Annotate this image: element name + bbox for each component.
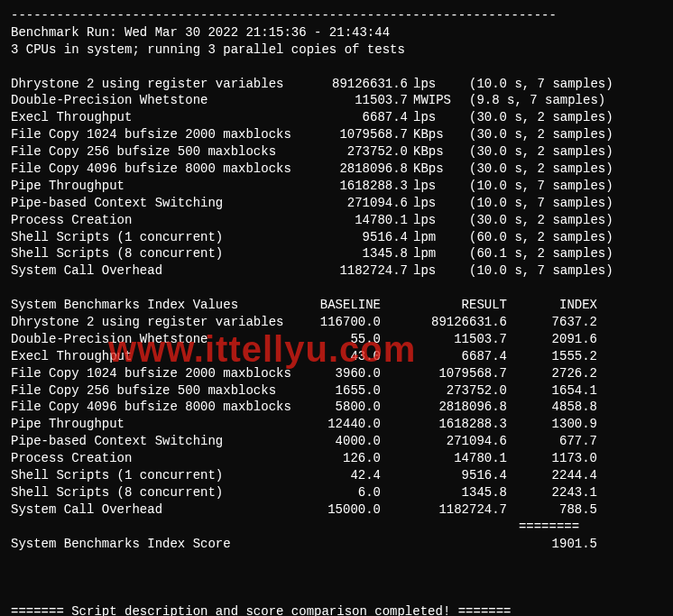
blank xyxy=(11,586,662,603)
result-unit: lps xyxy=(408,109,458,126)
index-baseline: 42.4 xyxy=(290,467,381,484)
result-row: Dhrystone 2 using register variables8912… xyxy=(11,76,662,93)
index-value: 1300.9 xyxy=(507,416,597,433)
blank xyxy=(11,280,662,297)
index-result: 1079568.7 xyxy=(381,365,507,382)
index-result: 6687.4 xyxy=(381,348,507,365)
result-row: Shell Scripts (1 concurrent)9516.4lpm(60… xyxy=(11,229,662,246)
result-note: (9.8 s, 7 samples) xyxy=(458,92,605,109)
index-name: File Copy 256 bufsize 500 maxblocks xyxy=(11,382,290,400)
index-baseline: 5800.0 xyxy=(290,399,381,416)
result-note: (10.0 s, 7 samples) xyxy=(458,262,613,280)
benchmark-run-line: Benchmark Run: Wed Mar 30 2022 21:15:36 … xyxy=(11,24,662,41)
result-note: (60.1 s, 2 samples) xyxy=(458,245,613,262)
result-unit: lps xyxy=(408,178,458,195)
result-name: Pipe Throughput xyxy=(11,178,290,195)
index-value: 677.7 xyxy=(507,433,597,450)
index-result: 271094.6 xyxy=(381,433,507,450)
result-row: File Copy 4096 bufsize 8000 maxblocks281… xyxy=(11,161,662,178)
index-result: 1182724.7 xyxy=(381,501,507,519)
index-baseline: 4000.0 xyxy=(290,433,381,450)
index-name: Double-Precision Whetstone xyxy=(11,331,290,348)
index-table: Dhrystone 2 using register variables1167… xyxy=(11,314,662,519)
result-value: 14780.1 xyxy=(290,212,408,229)
result-value: 1345.8 xyxy=(290,245,408,262)
result-row: Pipe Throughput1618288.3lps(10.0 s, 7 sa… xyxy=(11,178,662,195)
result-row: Process Creation14780.1lps(30.0 s, 2 sam… xyxy=(11,212,662,229)
index-name: System Call Overhead xyxy=(11,501,290,519)
result-unit: lps xyxy=(408,262,458,280)
index-row: Pipe-based Context Switching4000.0271094… xyxy=(11,433,662,450)
score-value: 1901.5 xyxy=(507,536,597,553)
index-value: 7637.2 xyxy=(507,314,597,331)
index-row: Double-Precision Whetstone55.011503.7209… xyxy=(11,331,662,348)
result-row: Pipe-based Context Switching271094.6lps(… xyxy=(11,195,662,212)
index-row: Pipe Throughput12440.01618288.31300.9 xyxy=(11,416,662,433)
index-baseline: 126.0 xyxy=(290,450,381,467)
result-unit: KBps xyxy=(408,143,458,161)
index-value: 4858.8 xyxy=(507,399,597,416)
blank xyxy=(11,553,662,570)
result-note: (30.0 s, 2 samples) xyxy=(458,109,613,126)
result-name: Dhrystone 2 using register variables xyxy=(11,76,290,93)
result-note: (30.0 s, 2 samples) xyxy=(458,126,613,143)
index-name: Process Creation xyxy=(11,450,290,467)
index-row: Dhrystone 2 using register variables1167… xyxy=(11,314,662,331)
index-header-row: System Benchmarks Index Values BASELINE … xyxy=(11,297,662,314)
result-name: Shell Scripts (1 concurrent) xyxy=(11,229,290,246)
result-value: 271094.6 xyxy=(290,195,408,212)
index-row: Process Creation126.014780.11173.0 xyxy=(11,450,662,467)
index-row: File Copy 1024 bufsize 2000 maxblocks396… xyxy=(11,365,662,382)
score-label: System Benchmarks Index Score xyxy=(11,536,290,553)
score-rule: ======== xyxy=(11,519,662,536)
index-baseline: 55.0 xyxy=(290,331,381,348)
index-name: Execl Throughput xyxy=(11,348,290,365)
result-row: File Copy 1024 bufsize 2000 maxblocks107… xyxy=(11,126,662,143)
result-row: Shell Scripts (8 concurrent)1345.8lpm(60… xyxy=(11,245,662,262)
result-note: (30.0 s, 2 samples) xyxy=(458,212,613,229)
index-header-index: INDEX xyxy=(507,297,597,314)
footer-line: ======= Script description and score com… xyxy=(11,603,662,616)
index-name: Shell Scripts (8 concurrent) xyxy=(11,484,290,501)
blank xyxy=(11,569,662,586)
result-note: (60.0 s, 2 samples) xyxy=(458,229,613,246)
result-name: Process Creation xyxy=(11,212,290,229)
result-value: 6687.4 xyxy=(290,109,408,126)
blank xyxy=(11,59,662,76)
index-name: Dhrystone 2 using register variables xyxy=(11,314,290,331)
cpu-info-line: 3 CPUs in system; running 3 parallel cop… xyxy=(11,41,662,59)
result-value: 89126631.6 xyxy=(290,76,408,93)
result-note: (30.0 s, 2 samples) xyxy=(458,143,613,161)
result-value: 1079568.7 xyxy=(290,126,408,143)
index-value: 2244.4 xyxy=(507,467,597,484)
result-name: System Call Overhead xyxy=(11,262,290,280)
index-row: Shell Scripts (1 concurrent)42.49516.422… xyxy=(11,467,662,484)
index-value: 1555.2 xyxy=(507,348,597,365)
result-value: 9516.4 xyxy=(290,229,408,246)
index-row: System Call Overhead15000.01182724.7788.… xyxy=(11,501,662,519)
index-baseline: 15000.0 xyxy=(290,501,381,519)
result-unit: lps xyxy=(408,76,458,93)
result-row: File Copy 256 bufsize 500 maxblocks27375… xyxy=(11,143,662,161)
result-unit: lpm xyxy=(408,245,458,262)
result-name: File Copy 4096 bufsize 8000 maxblocks xyxy=(11,161,290,178)
result-name: Shell Scripts (8 concurrent) xyxy=(11,245,290,262)
results-table: Dhrystone 2 using register variables8912… xyxy=(11,76,662,280)
index-baseline: 3960.0 xyxy=(290,365,381,382)
result-unit: lpm xyxy=(408,229,458,246)
result-name: Pipe-based Context Switching xyxy=(11,195,290,212)
result-unit: KBps xyxy=(408,126,458,143)
result-note: (10.0 s, 7 samples) xyxy=(458,195,613,212)
result-note: (10.0 s, 7 samples) xyxy=(458,76,613,93)
result-row: Double-Precision Whetstone11503.7MWIPS(9… xyxy=(11,92,662,109)
index-baseline: 1655.0 xyxy=(290,382,381,400)
index-value: 2091.6 xyxy=(507,331,597,348)
index-result: 89126631.6 xyxy=(381,314,507,331)
result-note: (30.0 s, 2 samples) xyxy=(458,161,613,178)
index-value: 1173.0 xyxy=(507,450,597,467)
result-note: (10.0 s, 7 samples) xyxy=(458,178,613,195)
index-result: 273752.0 xyxy=(381,382,507,400)
result-row: System Call Overhead1182724.7lps(10.0 s,… xyxy=(11,262,662,280)
index-baseline: 43.0 xyxy=(290,348,381,365)
index-name: Pipe-based Context Switching xyxy=(11,433,290,450)
